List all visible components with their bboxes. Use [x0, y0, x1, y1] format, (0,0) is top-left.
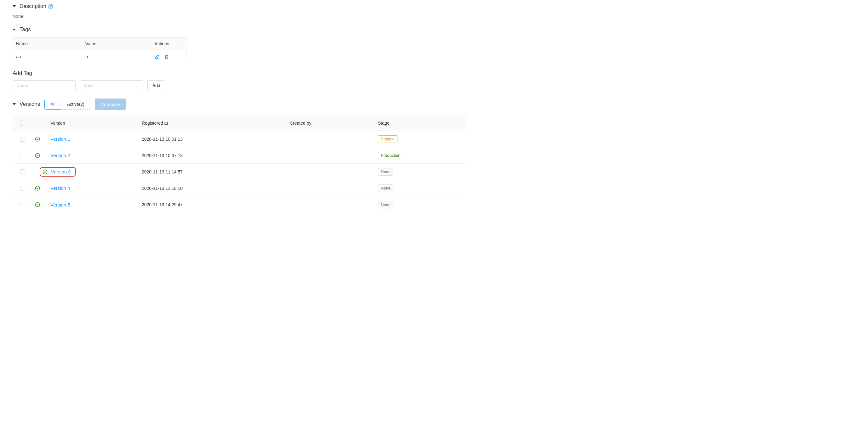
tag-actions [155, 54, 186, 59]
svg-point-1 [35, 137, 40, 141]
svg-point-5 [35, 202, 40, 207]
registered-at: 2020-11-13 14:29:47 [142, 202, 290, 207]
row-checkbox[interactable] [20, 202, 25, 207]
registered-at: 2020-11-13 10:01:13 [142, 137, 290, 142]
stage-badge[interactable]: Staging [378, 135, 398, 143]
status-ready-icon [42, 169, 48, 175]
col-created-by: Created by [290, 121, 378, 126]
row-checkbox[interactable] [20, 137, 25, 142]
tag-value: b [85, 54, 155, 59]
stage-badge[interactable]: None [378, 168, 393, 175]
stage-badge[interactable]: Production [378, 152, 403, 159]
tags-section: Tags Name Value Actions aa b [12, 26, 856, 91]
status-ready-icon [35, 136, 51, 142]
svg-point-4 [35, 186, 40, 190]
versions-header: Versions All Active(2) Compare [12, 99, 856, 110]
add-tag-form: Add [12, 80, 856, 91]
caret-down-icon [12, 103, 16, 105]
versions-table-row: Version 52020-11-13 14:29:47None [12, 196, 466, 213]
edit-tag-icon[interactable] [155, 54, 160, 59]
registered-at: 2020-11-13 11:18:10 [142, 186, 290, 191]
col-registered-at: Registered at [142, 121, 290, 126]
add-tag-name-input[interactable] [12, 80, 75, 91]
description-section: Description None [12, 3, 856, 19]
add-tag-title: Add Tag [12, 70, 856, 76]
select-all-checkbox[interactable] [20, 121, 25, 126]
highlighted-version: Version 3 [40, 167, 76, 177]
caret-down-icon [12, 29, 16, 31]
col-version: Version [51, 121, 142, 126]
row-checkbox[interactable] [20, 153, 25, 158]
version-link[interactable]: Version 5 [51, 202, 70, 207]
versions-table-row: Version 42020-11-13 11:18:10None [12, 180, 466, 196]
svg-point-3 [43, 170, 47, 174]
filter-all[interactable]: All [44, 99, 61, 109]
tags-col-value: Value [85, 41, 155, 46]
tags-col-actions: Actions [155, 41, 186, 46]
versions-table-row: Version 32020-11-13 11:14:57None [12, 164, 466, 180]
status-ready-icon [35, 153, 51, 158]
status-ready-icon [35, 202, 51, 207]
versions-table-head: Version Registered at Created by Stage [12, 115, 466, 131]
svg-point-2 [35, 153, 40, 158]
versions-section: Versions All Active(2) Compare Version R… [12, 99, 856, 213]
versions-table: Version Registered at Created by Stage V… [12, 115, 466, 213]
stage-badge[interactable]: None [378, 201, 393, 209]
version-link[interactable]: Version 2 [51, 153, 70, 158]
row-checkbox[interactable] [20, 186, 25, 191]
description-header[interactable]: Description [12, 3, 856, 9]
row-checkbox[interactable] [20, 169, 25, 174]
version-link[interactable]: Version 3 [51, 169, 71, 174]
status-ready-icon [35, 185, 51, 191]
tag-name: aa [16, 54, 85, 59]
registered-at: 2020-11-13 11:14:57 [142, 169, 290, 174]
tags-table-row: aa b [13, 51, 186, 63]
stage-badge[interactable]: None [378, 185, 393, 192]
add-tag-button[interactable]: Add [147, 80, 165, 91]
caret-down-icon [12, 5, 16, 7]
versions-table-row: Version 22020-11-13 10:37:18Production [12, 147, 466, 164]
versions-filter-group: All Active(2) [44, 99, 90, 109]
tags-col-name: Name [16, 41, 85, 46]
add-tag-section: Add Tag Add [12, 70, 856, 91]
tags-heading: Tags [20, 26, 31, 33]
tags-table: Name Value Actions aa b [12, 37, 186, 63]
tags-header[interactable]: Tags [12, 26, 856, 33]
tags-table-head: Name Value Actions [13, 37, 186, 51]
delete-tag-icon[interactable] [164, 54, 169, 59]
edit-icon[interactable] [48, 4, 53, 9]
svg-rect-0 [49, 4, 52, 8]
compare-button[interactable]: Compare [95, 99, 126, 110]
col-stage: Stage [378, 121, 460, 126]
version-link[interactable]: Version 4 [51, 185, 70, 191]
version-link[interactable]: Version 1 [51, 136, 70, 142]
versions-table-row: Version 12020-11-13 10:01:13Staging [12, 131, 466, 147]
registered-at: 2020-11-13 10:37:18 [142, 153, 290, 158]
description-value: None [12, 14, 856, 19]
description-heading: Description [20, 3, 46, 9]
filter-active[interactable]: Active(2) [61, 99, 90, 109]
versions-heading-wrap[interactable]: Versions [12, 101, 40, 107]
add-tag-value-input[interactable] [80, 80, 143, 91]
versions-heading: Versions [20, 101, 40, 107]
